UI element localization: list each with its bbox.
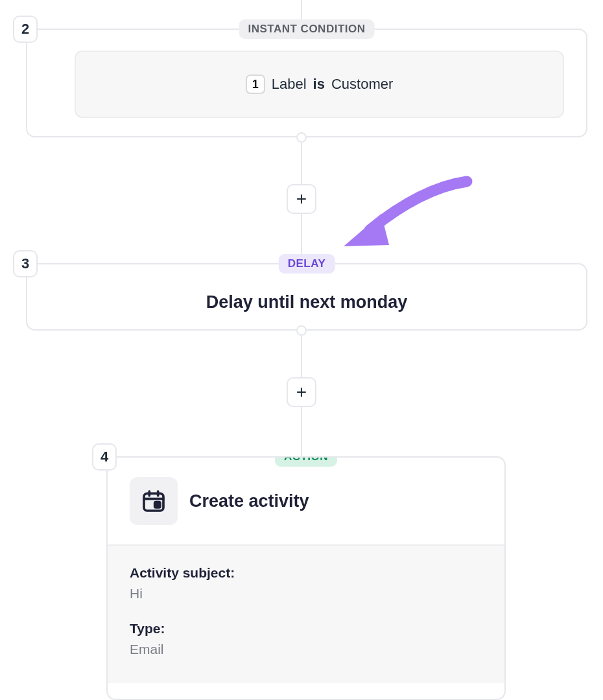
plus-icon: +: [296, 189, 307, 209]
pill-delay: DELAY: [279, 254, 335, 274]
field-label-subject: Activity subject:: [130, 565, 482, 581]
step-badge-4: 4: [92, 443, 117, 471]
field-value-subject: Hi: [130, 586, 482, 601]
add-step-button[interactable]: +: [287, 377, 316, 407]
step-number: 4: [100, 449, 108, 465]
connector-dot: [296, 132, 307, 143]
delay-title: Delay until next monday: [27, 292, 586, 312]
connector-line: [301, 407, 302, 458]
condition-operator: is: [313, 76, 325, 93]
annotation-arrow-icon: [331, 169, 480, 266]
delay-card[interactable]: DELAY Delay until next monday: [26, 263, 587, 331]
action-card[interactable]: ACTION Create activity Activity subject:…: [106, 456, 506, 700]
condition-index: 1: [246, 75, 265, 94]
pill-instant-condition: INSTANT CONDITION: [239, 19, 374, 39]
condition-value: Customer: [331, 76, 393, 93]
add-step-button[interactable]: +: [287, 184, 316, 214]
step-badge-3: 3: [13, 250, 38, 277]
connector-dot: [296, 325, 307, 336]
action-header: Create activity: [108, 458, 504, 544]
step-badge-2: 2: [13, 16, 38, 43]
calendar-icon: [130, 477, 178, 525]
action-title: Create activity: [189, 491, 309, 511]
connector-line: [301, 143, 302, 184]
step-number: 3: [21, 255, 29, 272]
field-label-type: Type:: [130, 621, 482, 636]
condition-field: Label: [272, 76, 307, 93]
action-body: Activity subject: Hi Type: Email: [108, 544, 504, 683]
svg-rect-4: [155, 502, 160, 508]
step-number: 2: [21, 21, 29, 38]
connector-line: [301, 336, 302, 377]
field-value-type: Email: [130, 642, 482, 657]
plus-icon: +: [296, 382, 307, 402]
pill-action: ACTION: [275, 456, 337, 467]
condition-card[interactable]: INSTANT CONDITION 1 Label is Customer: [26, 29, 587, 137]
condition-row[interactable]: 1 Label is Customer: [75, 51, 564, 118]
